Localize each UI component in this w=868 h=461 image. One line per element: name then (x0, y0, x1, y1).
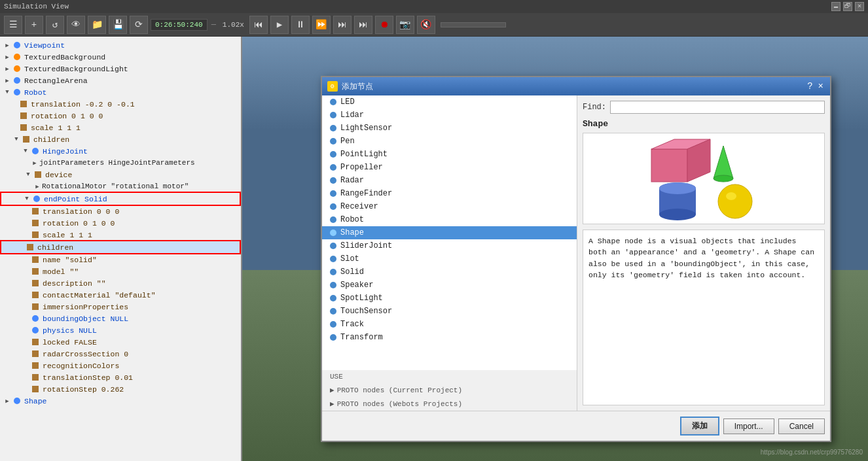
section-proto-current[interactable]: ▶ PROTO nodes (Current Project) (322, 383, 577, 397)
node-list-item-pen[interactable]: Pen (322, 135, 577, 148)
tree-item-ep-physics[interactable]: physics NULL (0, 324, 241, 336)
node-list-item-spotlight[interactable]: SpotLight (322, 292, 577, 305)
toolbar-faster-btn[interactable]: ⏭ (333, 16, 352, 34)
node-list-item-lidar[interactable]: Lidar (322, 109, 577, 122)
toolbar-reset-btn[interactable]: ⟳ (130, 16, 148, 34)
toolbar-folder-btn[interactable]: 📁 (88, 16, 106, 34)
toolbar-skip-btn[interactable]: ⏭ (354, 16, 372, 34)
tree-item-robot-rotation[interactable]: rotation 0 1 0 0 (0, 110, 241, 122)
tree-item-robot-scale[interactable]: scale 1 1 1 (0, 122, 241, 133)
node-list-item-slot[interactable]: Slot (322, 252, 577, 265)
tree-arrow-shape-bottom[interactable]: ▶ (3, 398, 12, 405)
node-list-item-receiver[interactable]: Receiver (322, 200, 577, 213)
import-button[interactable]: Import... (723, 418, 774, 434)
toolbar-camera-btn[interactable]: 📷 (396, 16, 414, 34)
node-list-label-solid: Solid (340, 267, 364, 277)
tree-item-textured-bg-light[interactable]: ▶ TexturedBackgroundLight (0, 63, 241, 75)
toolbar-audio-btn[interactable]: 🔇 (417, 16, 435, 34)
scene-tree[interactable]: ▶ Viewpoint ▶ TexturedBackground ▶ Textu… (0, 37, 242, 461)
tree-arrow-robot-children[interactable]: ▼ (12, 136, 21, 143)
toolbar-record-btn[interactable]: ⏺ (375, 16, 393, 34)
node-list-item-touchsensor[interactable]: TouchSensor (322, 305, 577, 318)
toolbar-pause-btn[interactable]: ⏸ (291, 16, 310, 34)
node-list-item-led[interactable]: LED (322, 95, 577, 109)
tree-label-ep-bounding: boundingObject NULL (43, 315, 128, 323)
toolbar-add-btn[interactable]: + (25, 16, 43, 34)
tree-arrow-robot[interactable]: ▼ (3, 89, 12, 95)
dialog-help-btn[interactable]: ? (806, 81, 814, 92)
tree-arrow-textured-bg[interactable]: ▶ (3, 54, 12, 61)
tree-item-hinge-joint[interactable]: ▼ HingeJoint (0, 145, 241, 157)
tree-item-ep-recognition[interactable]: recognitionColors (0, 360, 241, 371)
tree-arrow-device[interactable]: ▼ (24, 171, 33, 178)
tree-arrow-rectangle-arena[interactable]: ▶ (3, 77, 12, 84)
restore-btn[interactable]: 🗗 (843, 2, 852, 11)
toolbar-step-btn[interactable]: ▶ (270, 16, 289, 34)
tree-item-ep-bounding[interactable]: boundingObject NULL (0, 313, 241, 324)
section-proto-webots[interactable]: ▶ PROTO nodes (Webots Projects) (322, 397, 577, 411)
tree-item-rectangle-arena[interactable]: ▶ RectangleArena (0, 75, 241, 86)
tree-item-ep-rotation[interactable]: rotation 0 1 0 0 (0, 217, 241, 229)
section-use[interactable]: USE (322, 370, 577, 383)
toolbar-rewind-btn[interactable]: ⏮ (249, 16, 268, 34)
toolbar-reload-btn[interactable]: ↺ (46, 16, 64, 34)
node-list-item-shape[interactable]: Shape (322, 226, 577, 239)
node-list-item-speaker[interactable]: Speaker (322, 279, 577, 292)
tree-arrow-joint-params[interactable]: ▶ (30, 160, 39, 167)
node-list-item-track[interactable]: Track (322, 318, 577, 331)
node-list-item-radar[interactable]: Radar (322, 174, 577, 187)
tree-item-ep-immersion[interactable]: immersionProperties (0, 301, 241, 313)
tree-item-viewpoint[interactable]: ▶ Viewpoint (0, 39, 241, 51)
tree-item-ep-rotstep[interactable]: rotationStep 0.262 (0, 383, 241, 395)
tree-item-device[interactable]: ▼ device (0, 169, 241, 180)
tree-item-rotational-motor[interactable]: ▶ RotationalMotor "rotational motor" (0, 180, 241, 192)
node-list-item-solid[interactable]: Solid (322, 265, 577, 279)
tree-arrow-hinge-joint[interactable]: ▼ (21, 148, 30, 154)
tree-item-ep-model[interactable]: model "" (0, 265, 241, 277)
tree-item-ep-children[interactable]: children (1, 241, 240, 253)
tree-item-ep-scale[interactable]: scale 1 1 1 (0, 229, 241, 241)
tree-item-textured-bg[interactable]: ▶ TexturedBackground (0, 51, 241, 63)
node-list-item-lightsensor[interactable]: LightSensor (322, 122, 577, 135)
node-list[interactable]: LEDLidarLightSensorPenPointLightPropelle… (322, 95, 577, 370)
tree-arrow-textured-bg-light[interactable]: ▶ (3, 65, 12, 73)
tree-arrow-endpoint-solid[interactable]: ▼ (22, 196, 31, 202)
tree-item-robot-children[interactable]: ▼ children (0, 133, 241, 145)
tree-item-ep-transstep[interactable]: translationStep 0.01 (0, 371, 241, 383)
toolbar-eye-btn[interactable]: 👁 (67, 16, 85, 34)
tree-item-ep-radar[interactable]: radarCrossSection 0 (0, 348, 241, 360)
progress-bar[interactable] (441, 22, 506, 27)
tree-item-ep-name[interactable]: name "solid" (0, 254, 241, 265)
tree-label-ep-locked: locked FALSE (43, 338, 97, 347)
toolbar-save-btn[interactable]: 💾 (109, 16, 127, 34)
minimize-btn[interactable]: 🗕 (831, 2, 841, 11)
tree-arrow-viewpoint[interactable]: ▶ (3, 42, 12, 49)
node-list-item-robot[interactable]: Robot (322, 213, 577, 226)
tree-item-ep-locked[interactable]: locked FALSE (0, 336, 241, 348)
tree-item-robot[interactable]: ▼ Robot (0, 86, 241, 98)
close-btn[interactable]: ✕ (855, 2, 864, 11)
node-list-item-transform[interactable]: Transform (322, 331, 577, 344)
find-input[interactable] (610, 101, 825, 114)
tree-arrow-rotational-motor[interactable]: ▶ (33, 183, 42, 190)
cancel-button[interactable]: Cancel (778, 418, 825, 434)
tree-item-endpoint-solid[interactable]: ▼ endPoint Solid (1, 193, 240, 205)
add-button[interactable]: 添加 (680, 417, 719, 435)
tree-item-ep-description[interactable]: description "" (0, 277, 241, 289)
toolbar-sidebar-btn[interactable]: ☰ (4, 16, 22, 34)
scene-tree-inner: ▶ Viewpoint ▶ TexturedBackground ▶ Textu… (0, 37, 241, 409)
toolbar-fast-btn[interactable]: ⏩ (312, 16, 331, 34)
tree-item-ep-contact[interactable]: contactMaterial "default" (0, 289, 241, 301)
tree-item-shape-bottom[interactable]: ▶ Shape (0, 395, 241, 407)
tree-label-ep-transstep: translationStep 0.01 (43, 373, 133, 382)
node-list-item-rangefinder[interactable]: RangeFinder (322, 187, 577, 200)
node-list-item-propeller[interactable]: Propeller (322, 161, 577, 174)
node-list-item-pointlight[interactable]: PointLight (322, 148, 577, 161)
toolbar-separator: — (210, 20, 217, 29)
tree-item-joint-params[interactable]: ▶ jointParameters HingeJointParameters (0, 157, 241, 169)
node-list-item-sliderjoint[interactable]: SliderJoint (322, 239, 577, 252)
node-list-label-speaker: Speaker (340, 281, 373, 290)
tree-item-robot-translation[interactable]: translation -0.2 0 -0.1 (0, 98, 241, 110)
tree-item-ep-translation[interactable]: translation 0 0 0 (0, 205, 241, 217)
dialog-close-btn[interactable]: × (817, 81, 825, 92)
